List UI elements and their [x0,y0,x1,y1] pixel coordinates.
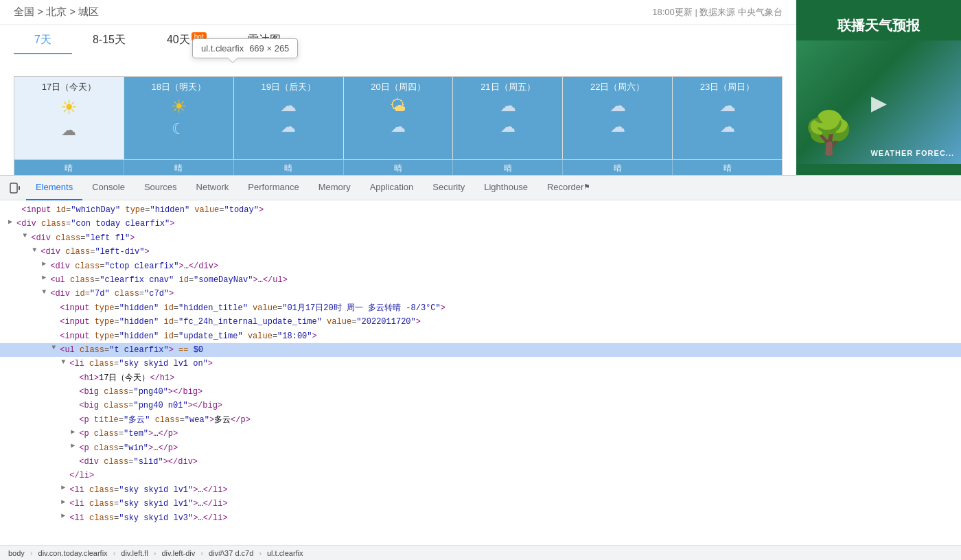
day-label: 23日（周日） [675,81,779,93]
day-icons: 🌤 ☁ [347,96,450,136]
tab-sources[interactable]: Sources [135,176,187,200]
tab-console[interactable]: Console [82,176,135,200]
recorder-label: Recorder [547,182,583,192]
toggle-17[interactable]: ▶ [68,427,78,436]
day-icons: ☁ ☁ [237,96,340,136]
breadcrumb-div-left-div[interactable]: div.left-div [159,548,198,558]
code-line-14: <big class="png40"></big> [0,385,961,399]
day-cell-4: 21日（周五） ☁ ☁ [453,77,563,159]
tree-decoration: 🌳 [803,108,855,157]
toggle-13[interactable] [68,371,78,381]
tab-memory[interactable]: Memory [309,176,360,200]
toggle-10[interactable] [49,329,58,339]
toggle-8[interactable] [49,301,58,311]
breadcrumb-div-37[interactable]: div#\37 d.c7d [206,548,256,558]
toggle-15[interactable] [68,399,78,408]
devtools-toolbar: Elements Console Sources Network Perform… [0,176,961,200]
toggle-9[interactable] [49,315,58,325]
toggle-7[interactable]: ▼ [39,287,49,296]
right-weather-panel: 联播天气预报 🌳 ▶ WEATHER FOREC... [796,0,961,175]
code-line-3: ▼ <div class="left fl"> [0,231,961,245]
code-line-13: <h1>17日（今天）</h1> [0,371,961,385]
day-cell-5: 22日（周六） ☁ ☁ [563,77,673,159]
tab-security[interactable]: Security [423,176,474,200]
toggle-4[interactable]: ▼ [30,245,39,255]
devtools-breadcrumb: body › div.con.today.clearfix › div.left… [0,545,961,560]
code-line-10: <input type="hidden" id="update_time" va… [0,329,961,343]
tab-recorder[interactable]: Recorder ⚑ [537,176,600,200]
element-tooltip: ul.t.clearfix 669 × 265 [192,38,298,58]
recorder-icon: ⚑ [583,183,590,191]
tooltip-dimensions: 669 × 265 [249,43,289,54]
code-line-23: ▶ <li class="sky skyid lv3">…</li> [0,511,961,525]
svg-rect-1 [19,186,20,190]
right-panel-title: 联播天气预报 [832,11,925,40]
code-editor[interactable]: <input id="whichDay" type="hidden" value… [0,200,961,545]
toggle-21[interactable]: ▶ [58,483,68,493]
play-button-icon[interactable]: ▶ [871,91,887,115]
day-label: 19日（后天） [237,81,340,93]
day-icons: ☁ ☁ [675,96,779,136]
day-label: 18日（明天） [127,81,231,93]
weather-header: 全国 > 北京 > 城区 18:00更新 | 数据来源 中央气象台 [0,0,796,25]
code-line-15: <big class="png40 n01"></big> [0,399,961,412]
code-line-11: ▼ <ul class="t clearfix"> == $0 [0,343,961,357]
code-line-16: <p title="多云" class="wea">多云</p> [0,413,961,427]
breadcrumb-ul-t-clearfix[interactable]: ul.t.clearfix [264,548,306,558]
day-label: 17日（今天） [17,81,121,93]
day-label: 20日（周四） [347,81,450,93]
tooltip-class: ul.t.clearfix [201,43,244,54]
devtools-tabs: Elements Console Sources Network Perform… [26,176,600,200]
toggle-12[interactable]: ▼ [58,357,68,366]
breadcrumb-div-left-fl[interactable]: div.left.fl [118,548,151,558]
toggle-19[interactable] [68,455,78,465]
code-line-5: ▶ <div class="ctop clearfix">…</div> [0,259,961,273]
toggle-1[interactable] [10,203,20,213]
update-info: 18:00更新 | 数据来源 中央气象台 [652,6,783,19]
code-line-18: ▶ <p class="win">…</p> [0,441,961,455]
day-icons: ☁ ☁ [566,96,669,136]
right-panel-image[interactable]: 🌳 ▶ WEATHER FOREC... [796,40,961,164]
forecast-label: WEATHER FOREC... [870,149,954,157]
code-line-6: ▶ <ul class="clearfix cnav" id="someDayN… [0,273,961,287]
day-label: 22日（周六） [566,81,669,93]
tab-elements[interactable]: Elements [26,176,82,200]
day-cell-3: 20日（周四） 🌤 ☁ [344,77,454,159]
day-cell-2: 19日（后天） ☁ ☁ [234,77,344,159]
tab-lighthouse[interactable]: Lighthouse [474,176,537,200]
day-icons: ☀ ☾ [127,96,231,138]
code-line-22: ▶ <li class="sky skyid lv1">…</li> [0,497,961,511]
code-line-1: <input id="whichDay" type="hidden" value… [0,203,961,217]
toggle-14[interactable] [68,385,78,395]
code-line-9: <input type="hidden" id="fc_24h_internal… [0,315,961,329]
toggle-3[interactable]: ▼ [20,231,30,241]
weather-grid: 17日（今天） ☀ ☁ 18日（明天） ☀ ☾ 19日（后天） ☁ ☁ [14,76,783,160]
toggle-18[interactable]: ▶ [68,441,78,451]
toggle-23[interactable]: ▶ [58,511,68,521]
tab-8-15d[interactable]: 8-15天 [72,27,146,54]
toggle-20[interactable] [58,469,68,478]
tab-performance[interactable]: Performance [238,176,308,200]
toggle-11[interactable]: ▼ [49,343,58,353]
toggle-5[interactable]: ▶ [39,259,49,269]
code-line-17: ▶ <p class="tem">…</p> [0,427,961,441]
day-icons: ☁ ☁ [456,96,559,136]
breadcrumb-div-con[interactable]: div.con.today.clearfix [36,548,111,558]
toggle-2[interactable]: ▶ [5,217,15,226]
toggle-16[interactable] [68,413,78,423]
weather-breadcrumb: 全国 > 北京 > 城区 [14,5,99,19]
breadcrumb-body[interactable]: body [5,548,27,558]
toggle-22[interactable]: ▶ [58,497,68,506]
toggle-6[interactable]: ▶ [39,273,49,283]
website-area: 全国 > 北京 > 城区 18:00更新 | 数据来源 中央气象台 7天 8-1… [0,0,961,175]
svg-rect-0 [10,183,17,193]
code-line-2: ▶ <div class="con today clearfix"> [0,217,961,231]
tab-network[interactable]: Network [187,176,239,200]
code-line-7: ▼ <div id="7d" class="c7d"> [0,287,961,301]
devtools-toggle-button[interactable] [5,178,25,198]
tab-application[interactable]: Application [360,176,424,200]
day-cell-1: 18日（明天） ☀ ☾ [124,77,234,159]
day-cell-6: 23日（周日） ☁ ☁ [673,77,782,159]
tab-7d[interactable]: 7天 [14,27,72,54]
code-line-4: ▼ <div class="left-div"> [0,245,961,259]
